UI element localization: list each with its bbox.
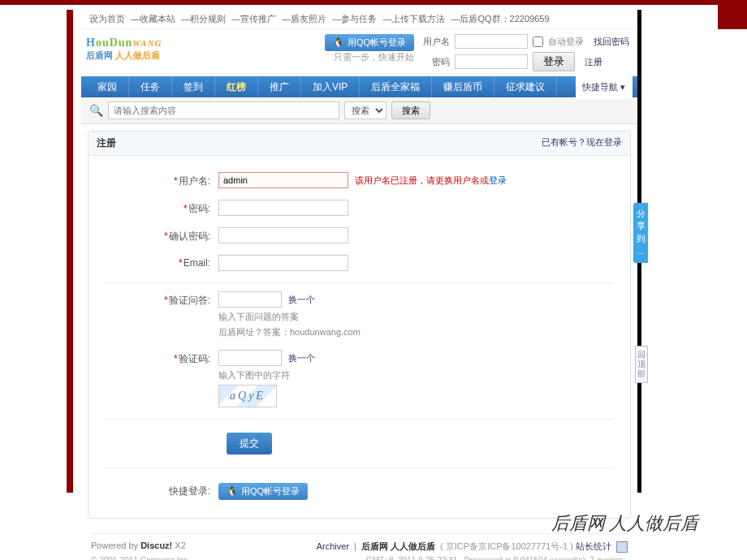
qq-login-hint: 只需一步，快速开始 [325, 51, 414, 63]
back-to-top[interactable]: 回顶部 [635, 346, 648, 383]
reg-username-input[interactable] [218, 172, 348, 188]
quick-nav-button[interactable]: 快捷导航 ▾ [576, 75, 633, 99]
reg-username-label: 用户名: [179, 175, 210, 187]
auto-login-label: 自动登录 [548, 36, 584, 48]
reg-captcha-label: 验证码: [179, 353, 210, 364]
quick-qq-login-button[interactable]: 🐧 用QQ帐号登录 [218, 483, 308, 500]
login-now-link[interactable]: 现在登录 [586, 137, 622, 147]
login-button[interactable]: 登录 [533, 52, 575, 71]
search-type-select[interactable]: 搜索 [344, 101, 386, 119]
topbar-link[interactable]: —参与任务 [332, 14, 377, 24]
reg-password2-label: 确认密码: [169, 230, 210, 242]
question-hint2: 后盾网址？答案：houdunwang.com [218, 326, 361, 338]
captcha-hint: 输入下图中的字符 [218, 369, 315, 381]
reg-email-input[interactable] [218, 255, 348, 271]
reg-question-label: 验证问答: [169, 295, 210, 306]
nav-item-vip[interactable]: 加入VIP [301, 76, 360, 97]
auto-login-checkbox[interactable] [533, 37, 543, 47]
powered-by-text: Powered by [91, 541, 140, 550]
nav-item-signin[interactable]: 签到 [172, 76, 215, 97]
share-tab[interactable]: 分享到 ... [633, 203, 648, 263]
gmt-text: GMT+8, 2011-9-25 22:31 , Processed in 0.… [366, 556, 628, 560]
nav-item-suggest[interactable]: 征求建议 [494, 76, 557, 97]
question-hint1: 输入下面问题的答案 [218, 311, 361, 323]
reg-question-input[interactable] [218, 291, 282, 308]
reg-password2-input[interactable] [218, 227, 348, 243]
panel-title: 注册 [97, 136, 116, 150]
site-logo[interactable]: HouDunWANG 后盾网 人人做后盾 [86, 37, 208, 69]
register-link[interactable]: 注册 [585, 56, 602, 68]
nav-item-task[interactable]: 任务 [129, 76, 172, 97]
slide-caption: 后盾网 人人做后盾 [551, 511, 699, 536]
archiver-link[interactable]: Archiver [317, 541, 349, 551]
copyright-text: © 2001-2011 Comsenz Inc. [91, 556, 190, 560]
forgot-password-link[interactable]: 找回密码 [594, 36, 629, 48]
has-account-text: 已有帐号？ [542, 137, 586, 147]
username-error-login-link[interactable]: 登录 [489, 175, 507, 185]
nav-item-family[interactable]: 后盾全家福 [360, 76, 432, 97]
qq-icon: 🐧 [333, 37, 344, 48]
nav-item-home[interactable]: 家园 [86, 76, 129, 97]
captcha-image[interactable]: aQyE [218, 385, 277, 407]
topbar-link[interactable]: —积分规则 [181, 14, 226, 24]
icp-text: ( 京ICP备京ICP备10027771号-1 ) [440, 541, 573, 551]
captcha-refresh-link[interactable]: 换一个 [288, 352, 315, 364]
nav-item-coin[interactable]: 赚后盾币 [432, 76, 494, 97]
stats-link[interactable]: 站长统计 [576, 541, 611, 551]
submit-button[interactable]: 提交 [227, 433, 272, 454]
cnzz-icon[interactable] [616, 541, 628, 553]
topbar-link[interactable]: —上传下载方法 [382, 14, 445, 24]
site-name-link[interactable]: 后盾网 人人做后盾 [361, 541, 435, 551]
search-icon: 🔍 [89, 104, 103, 117]
username-error: 该用户名已注册，请更换用户名或登录 [355, 174, 507, 187]
topbar-link[interactable]: —盾友照片 [282, 14, 326, 24]
nav-item-promo[interactable]: 推广 [258, 76, 301, 97]
search-button[interactable]: 搜索 [391, 101, 430, 119]
quick-login-label: 快捷登录: [105, 485, 218, 498]
main-nav: 家园 任务 签到 红榜 推广 加入VIP 后盾全家福 赚后盾币 征求建议 快捷导… [81, 76, 637, 97]
reg-captcha-input[interactable] [218, 350, 282, 366]
username-input[interactable] [455, 34, 528, 49]
qq-group-number: 22209659 [510, 14, 550, 24]
reg-email-label: Email: [184, 257, 210, 269]
reg-password-label: 密码: [188, 203, 210, 214]
qq-icon: 🐧 [227, 486, 238, 497]
username-label: 用户名 [422, 36, 450, 48]
qq-login-button[interactable]: 🐧 用QQ帐号登录 [325, 34, 414, 51]
topbar: 设为首页 —收藏本站 —积分规则 —宣传推广 —盾友照片 —参与任务 —上传下载… [81, 10, 637, 29]
nav-item-hongbang[interactable]: 红榜 [215, 76, 258, 97]
topbar-link[interactable]: 设为首页 [89, 14, 125, 24]
search-input[interactable] [108, 101, 339, 119]
password-input[interactable] [455, 54, 528, 69]
topbar-link[interactable]: —收藏本站 [131, 14, 175, 24]
discuz-link[interactable]: Discuz! [140, 541, 172, 550]
question-refresh-link[interactable]: 换一个 [288, 294, 315, 306]
password-label: 密码 [422, 56, 450, 68]
topbar-text: —后盾QQ群： [451, 14, 509, 24]
topbar-link[interactable]: —宣传推广 [231, 14, 276, 24]
reg-password-input[interactable] [218, 200, 348, 216]
